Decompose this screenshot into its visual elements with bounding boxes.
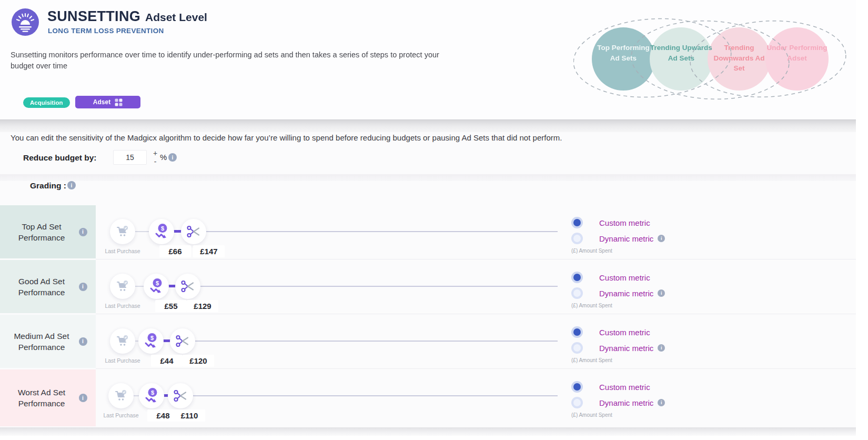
dynamic-metric-label[interactable]: Dynamic metric [599, 234, 653, 243]
grading-row-good: Good Ad Set Performance i $ Last Purchas… [0, 260, 856, 313]
last-purchase-icon [110, 219, 135, 244]
custom-metric-label[interactable]: Custom metric [599, 273, 650, 282]
row-divider [96, 259, 856, 259]
radio-selected-icon[interactable] [571, 326, 583, 338]
radio-unselected-icon[interactable] [571, 233, 583, 244]
row-divider [96, 368, 856, 369]
last-purchase-icon [108, 383, 134, 408]
footer-divider-band [0, 427, 856, 436]
row-info-icon[interactable]: i [79, 283, 87, 291]
cut-budget-handle-icon[interactable] [168, 383, 193, 408]
sensitivity-description: You can edit the sensitivity of the Madg… [11, 133, 821, 142]
dynamic-metric-label[interactable]: Dynamic metric [599, 289, 653, 298]
stepper-increment-button[interactable]: + [152, 149, 159, 157]
dynamic-metric-option[interactable]: Dynamic metric i [571, 395, 665, 411]
page-title-suffix: Adset Level [145, 11, 207, 23]
metric-radio-group: Custom metric Dynamic metric i (£) Amoun… [571, 269, 665, 308]
slider-track[interactable] [195, 341, 558, 342]
svg-text:$: $ [161, 225, 164, 232]
amount-spent-label: (£) Amount Spent [571, 248, 665, 254]
last-purchase-icon [110, 274, 135, 299]
svg-text:$: $ [151, 389, 154, 396]
last-purchase-label: Last Purchase [99, 248, 146, 254]
metric-radio-group: Custom metric Dynamic metric i (£) Amoun… [571, 215, 665, 254]
threshold-value-high[interactable]: £129 [187, 300, 218, 312]
dynamic-metric-label[interactable]: Dynamic metric [599, 398, 653, 407]
venn-label-top-performing: Top Performing Ad Sets [592, 43, 655, 63]
row-label: Top Ad Set Performance i [0, 205, 96, 258]
spend-trend-handle-icon[interactable]: $ [149, 219, 174, 244]
dynamic-metric-label[interactable]: Dynamic metric [599, 344, 653, 353]
reduce-budget-label: Reduce budget by: [23, 153, 97, 163]
acquisition-badge[interactable]: Acquisition [23, 97, 70, 108]
dynamic-metric-info-icon[interactable]: i [658, 235, 665, 242]
slider-track[interactable] [206, 231, 558, 232]
custom-metric-option[interactable]: Custom metric [571, 324, 665, 340]
row-label: Worst Ad Set Performance i [0, 369, 96, 426]
reduce-budget-info-icon[interactable]: i [168, 153, 177, 162]
reduce-budget-input[interactable] [113, 150, 147, 165]
spend-trend-handle-icon[interactable]: $ [139, 383, 164, 408]
section-divider-strip [0, 174, 856, 181]
custom-metric-option[interactable]: Custom metric [571, 215, 665, 231]
radio-unselected-icon[interactable] [571, 397, 583, 408]
radio-selected-icon[interactable] [571, 381, 583, 393]
radio-selected-icon[interactable] [571, 217, 583, 228]
venn-label-trending-downwards: Trending Downwards Ad Set [708, 43, 771, 74]
row-info-icon[interactable]: i [79, 228, 87, 236]
dynamic-metric-info-icon[interactable]: i [658, 399, 665, 406]
last-purchase-icon [110, 328, 135, 354]
sunsetting-page: SUNSETTINGAdset Level LONG TERM LOSS PRE… [0, 0, 868, 440]
row-info-icon[interactable]: i [79, 394, 87, 402]
dynamic-metric-option[interactable]: Dynamic metric i [571, 231, 665, 246]
dynamic-metric-info-icon[interactable]: i [658, 344, 665, 352]
grading-info-icon[interactable]: i [67, 181, 76, 189]
page-description: Sunsetting monitors performance over tim… [11, 49, 463, 72]
row-label-text: Good Ad Set Performance [9, 276, 75, 298]
radio-unselected-icon[interactable] [571, 342, 583, 354]
grid-icon [115, 98, 123, 106]
dynamic-metric-option[interactable]: Dynamic metric i [571, 285, 665, 301]
threshold-value-low[interactable]: £44 [151, 355, 183, 367]
custom-metric-label[interactable]: Custom metric [599, 383, 650, 392]
stepper-decrement-button[interactable]: - [152, 158, 159, 165]
slider-track[interactable] [193, 395, 558, 396]
grading-label: Grading : [30, 181, 66, 191]
last-purchase-label: Last Purchase [99, 303, 146, 309]
adset-badge[interactable]: Adset [75, 96, 140, 108]
amount-spent-label: (£) Amount Spent [571, 303, 665, 308]
cut-budget-handle-icon[interactable] [175, 274, 200, 299]
dynamic-metric-info-icon[interactable]: i [658, 289, 665, 297]
svg-text:$: $ [150, 335, 154, 341]
threshold-value-high[interactable]: £110 [174, 409, 205, 422]
page-tagline: LONG TERM LOSS PREVENTION [48, 27, 164, 35]
custom-metric-label[interactable]: Custom metric [599, 218, 650, 227]
radio-selected-icon[interactable] [571, 272, 583, 283]
row-label-text: Top Ad Set Performance [9, 221, 75, 243]
venn-label-under-performing: Under Performing Adset [765, 43, 829, 63]
cut-budget-handle-icon[interactable] [170, 328, 195, 354]
svg-text:$: $ [156, 280, 159, 286]
last-purchase-label: Last Purchase [97, 412, 145, 418]
last-purchase-label: Last Purchase [99, 357, 146, 364]
spend-trend-handle-icon[interactable]: $ [138, 328, 164, 354]
custom-metric-option[interactable]: Custom metric [571, 379, 665, 395]
custom-metric-label[interactable]: Custom metric [599, 328, 650, 337]
threshold-value-low[interactable]: £55 [155, 300, 187, 312]
threshold-value-high[interactable]: £147 [193, 245, 225, 257]
slider-track[interactable] [200, 286, 558, 287]
header: SUNSETTINGAdset Level LONG TERM LOSS PRE… [0, 0, 856, 119]
row-info-icon[interactable]: i [79, 337, 87, 346]
dynamic-metric-option[interactable]: Dynamic metric i [571, 340, 665, 356]
custom-metric-option[interactable]: Custom metric [571, 269, 665, 285]
cut-budget-handle-icon[interactable] [181, 219, 206, 244]
threshold-value-high[interactable]: £120 [183, 355, 214, 367]
row-label-text: Medium Ad Set Performance [9, 331, 75, 353]
threshold-value-low[interactable]: £66 [159, 245, 191, 257]
radio-unselected-icon[interactable] [571, 287, 583, 299]
venn-label-trending-upwards: Trending Upwards Ad Sets [650, 43, 713, 63]
sunsetting-logo-icon [12, 8, 39, 36]
spend-trend-handle-icon[interactable]: $ [144, 274, 169, 299]
grading-row-worst: Worst Ad Set Performance i $ Last Purcha… [0, 369, 856, 426]
grading-row-medium: Medium Ad Set Performance i $ Last Purch… [0, 315, 856, 368]
